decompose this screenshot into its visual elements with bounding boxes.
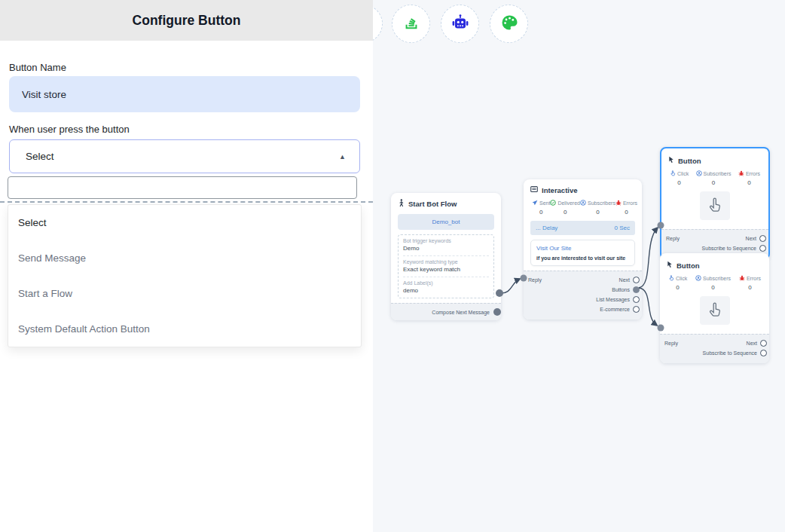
port-subscribe-to-sequence[interactable]: Subscribe to Sequence [703,350,766,356]
button-node-selected[interactable]: Button Click 0 [660,147,770,260]
field-value: Demo [403,245,489,252]
stack-icon-button[interactable] [392,5,430,43]
button-name-label: Button Name [9,62,66,73]
reply-port-label: Reply [528,277,542,283]
field-value: Exact keyword match [403,266,489,273]
stat-delivered: Delivered 0 [550,200,580,216]
message-preview-card[interactable]: Visit Our Site if you are interested to … [530,240,635,266]
stat-click: Click 0 [670,170,689,186]
port-list-messages[interactable]: List Messages [596,296,639,303]
field-row: Bot trigger keywords Demo [403,235,489,255]
stat-subscribers: Subscribers 0 [695,275,731,291]
action-select[interactable]: Select ▲ [9,139,360,173]
start-bot-flow-node[interactable]: Start Bot Flow Demo_bot Bot trigger keyw… [391,193,501,320]
click-hand-icon [670,170,676,177]
node-title-label: Button [677,261,700,270]
robot-icon [451,14,469,34]
bug-icon [739,275,745,282]
interactive-message-icon [530,185,538,194]
user-circle-icon [696,170,702,177]
delay-value: 0 Sec [615,225,630,231]
field-row: Add Label(s) demo [403,277,489,298]
node-title-label: Start Bot Flow [408,200,457,208]
button-node[interactable]: Button Click 0 [660,253,769,363]
field-label: Add Label(s) [403,280,489,286]
port-next[interactable]: Next [746,235,765,242]
user-circle-icon [695,275,701,282]
port-next[interactable]: Next [619,277,639,283]
reply-port-label: Reply [664,341,678,346]
reply-port-label: Reply [666,236,680,241]
field-label: Bot trigger keywords [403,238,489,243]
port-buttons[interactable]: Buttons [612,286,639,293]
cursor-arrow-icon [667,261,673,270]
stat-sent: Sent 0 [532,200,550,216]
node-title-label: Button [678,157,701,165]
stat-subscribers: Subscribers 0 [580,200,615,216]
palette-icon-button[interactable] [490,5,528,43]
bot-fields: Bot trigger keywords Demo Keyword matchi… [398,234,494,298]
walking-person-icon [398,199,405,209]
bug-icon [738,170,744,177]
stat-errors: Errors 0 [739,275,761,291]
port-subscribe-to-sequence[interactable]: Subscribe to Sequence [702,245,765,252]
field-value: demo [403,287,489,294]
stat-click: Click 0 [668,275,687,291]
compose-next-message-port-label: Compose Next Message [432,310,490,315]
interactive-node[interactable]: Interactive Sent 0 [524,179,642,320]
action-options-list: Select Send Message Start a Flow System … [8,204,362,347]
configure-button-panel: Configure Button Button Name When user p… [0,0,373,532]
cursor-arrow-icon [668,156,674,165]
node-stats: Click 0 Subscribers [668,170,762,186]
node-stats: Click 0 Subscribers [667,275,762,291]
option-start-a-flow[interactable]: Start a Flow [8,276,361,311]
compose-next-message-port[interactable] [493,308,501,316]
flow-canvas[interactable]: Start Bot Flow Demo_bot Bot trigger keyw… [373,0,785,532]
stat-errors: Errors 0 [615,200,637,216]
option-select[interactable]: Select [8,205,361,240]
panel-header: Configure Button [0,0,373,41]
node-stats: Sent 0 Delivered 0 [530,200,635,216]
bug-icon [615,200,622,206]
port-next[interactable]: Next [747,340,766,347]
field-label: Keyword matching type [403,259,489,264]
port-e-commerce[interactable]: E-commerce [600,306,639,313]
option-send-message[interactable]: Send Message [8,240,361,276]
stat-subscribers: Subscribers 0 [696,170,732,186]
user-circle-icon [580,200,586,206]
hidden-tool-button[interactable] [373,5,383,43]
delay-bar[interactable]: ... Delay 0 Sec [530,221,635,235]
stack-icon [403,14,420,33]
edge-compose-to-reply [499,280,519,294]
dropdown-search-input[interactable] [8,176,357,199]
robot-icon-button[interactable] [441,5,479,43]
action-label: When user press the button [9,124,130,135]
message-body: if you are interested to visit our site [536,255,629,261]
option-system-default-action-button[interactable]: System Default Action Button [8,311,361,347]
node-title-label: Interactive [542,186,578,194]
panel-title: Configure Button [133,13,241,29]
button-name-input[interactable] [9,76,360,112]
check-circle-icon [550,200,556,206]
click-hand-icon [668,275,674,282]
hand-pointer-icon [700,191,730,220]
dashed-divider [0,201,373,203]
chevron-up-icon: ▲ [339,153,346,161]
hand-pointer-icon [700,296,730,325]
message-title: Visit Our Site [536,245,629,252]
action-select-value: Select [10,151,54,162]
bot-name-pill[interactable]: Demo_bot [398,214,494,230]
delay-label: ... Delay [536,225,557,231]
palette-icon [500,14,518,34]
stat-errors: Errors 0 [738,170,760,186]
field-row: Keyword matching type Exact keyword matc… [403,255,489,277]
flow-builder-app: Start Bot Flow Demo_bot Bot trigger keyw… [0,0,785,532]
paper-plane-icon [532,200,538,206]
